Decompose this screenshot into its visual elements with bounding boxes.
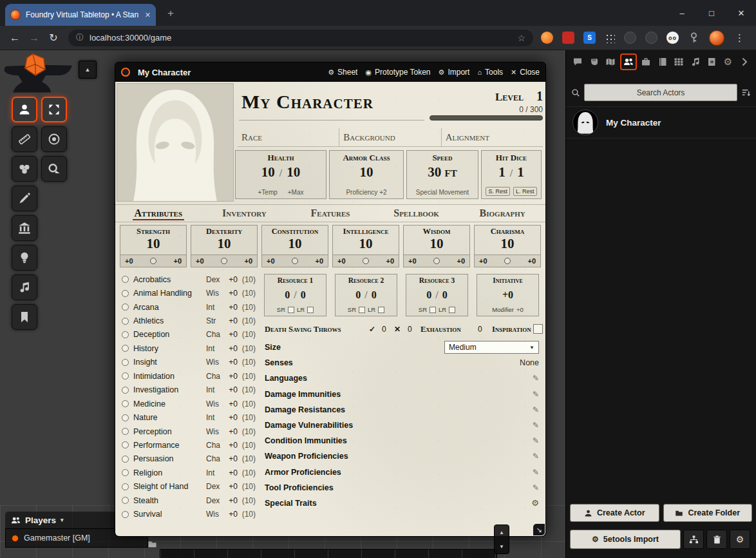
skill-proficiency-toggle[interactable] [122, 331, 129, 338]
initiative-box[interactable]: Initiative +0 Modifier+0 [477, 274, 539, 316]
death-fail-count[interactable]: 0 [408, 325, 412, 334]
skill-proficiency-toggle[interactable] [122, 511, 129, 518]
tool-lighting-button[interactable] [12, 245, 37, 271]
bookmark-star-icon[interactable]: ☆ [517, 33, 525, 43]
race-field[interactable]: Race [238, 128, 339, 146]
character-portrait[interactable] [117, 83, 234, 202]
prototype-token-button[interactable]: ◉ Prototype Token [365, 68, 430, 77]
skill-proficiency-toggle[interactable] [122, 456, 129, 463]
tab-playlists[interactable] [688, 55, 703, 69]
ability-block[interactable]: Dexterity 10 +0 +0 [191, 225, 258, 267]
armor-class-box[interactable]: Armor Class 10 Proficiency +2 [329, 150, 404, 199]
url-bar[interactable]: ⓘ localhost:30000/game ☆ [68, 30, 533, 46]
skill-proficiency-toggle[interactable] [122, 318, 129, 325]
foundry-anvil-logo[interactable] [3, 52, 75, 98]
skill-row[interactable]: Performance Cha +0 (10) [122, 438, 256, 452]
ability-save-mod[interactable]: +0 [337, 257, 346, 265]
hp-current[interactable]: 10 [261, 164, 275, 180]
resource-box[interactable]: Resource 1 0/0 SR LR [264, 274, 326, 316]
tab-features[interactable]: Features [287, 205, 373, 222]
death-fail-icon[interactable]: ✕ [394, 325, 401, 334]
tool-walls-button[interactable] [12, 215, 37, 241]
skill-proficiency-toggle[interactable] [122, 372, 129, 380]
short-rest-checkbox[interactable] [430, 307, 436, 313]
tab-compendium[interactable] [704, 55, 719, 69]
tool-tape-measure-button[interactable] [41, 156, 67, 182]
edit-icon[interactable]: ✎ [533, 421, 539, 430]
window-titlebar[interactable]: My Character ⚙ Sheet ◉ Prototype Token ⚙… [115, 63, 545, 82]
reload-icon[interactable]: ↻ [44, 32, 63, 44]
new-tab-button[interactable]: + [164, 6, 178, 21]
skill-row[interactable]: Perception Wis +0 (10) [122, 425, 256, 438]
skill-proficiency-toggle[interactable] [122, 428, 129, 435]
tool-notes-button[interactable] [12, 304, 37, 330]
tab-spellbook[interactable]: Spellbook [373, 205, 460, 222]
alignment-field[interactable]: Alignment [441, 128, 543, 146]
window-maximize-icon[interactable]: □ [697, 0, 726, 26]
ability-check-mod[interactable]: +0 [527, 257, 536, 265]
game-canvas[interactable]: ▲ [0, 50, 756, 558]
browser-profile-avatar[interactable] [709, 30, 724, 46]
skill-proficiency-toggle[interactable] [122, 387, 129, 394]
extension-orange-icon[interactable] [541, 32, 553, 44]
ability-score[interactable]: 10 [404, 236, 469, 251]
tab-biography[interactable]: Biography [459, 205, 545, 222]
config-gear-icon[interactable]: ⚙ [531, 498, 539, 508]
macro-hotbar[interactable] [160, 549, 497, 558]
proficiency-pip[interactable] [504, 258, 511, 264]
site-info-icon[interactable]: ⓘ [76, 32, 84, 43]
ability-score[interactable]: 10 [475, 236, 540, 251]
edit-icon[interactable]: ✎ [533, 436, 539, 445]
trait-row-senses[interactable]: Senses None [265, 355, 539, 370]
skill-proficiency-toggle[interactable] [122, 414, 129, 421]
extension-dark-icon[interactable] [624, 32, 636, 44]
hotbar-page-up-icon[interactable]: ▲ [499, 530, 504, 535]
tab-items[interactable] [639, 55, 653, 69]
forward-icon[interactable]: → [24, 32, 44, 44]
window-close-icon[interactable]: ✕ [726, 0, 756, 26]
long-rest-checkbox[interactable] [378, 307, 384, 313]
tool-group-button[interactable] [12, 156, 37, 182]
skill-proficiency-toggle[interactable] [122, 345, 129, 352]
speed-box[interactable]: Speed 30 ft Special Movement [406, 150, 478, 199]
skill-proficiency-toggle[interactable] [122, 441, 129, 448]
skill-proficiency-toggle[interactable] [122, 290, 129, 297]
ability-save-mod[interactable]: +0 [196, 257, 204, 265]
tab-attributes[interactable]: Attributes [115, 205, 202, 222]
skill-row[interactable]: Religion Int +0 (10) [122, 466, 256, 479]
speed-value[interactable]: 30 ft [428, 164, 457, 180]
browser-tab[interactable]: Foundry Virtual Tabletop • A Stan ✕ [5, 4, 156, 26]
ability-block[interactable]: Wisdom 10 +0 +0 [403, 225, 470, 267]
hotbar-page-control[interactable]: ▲ ▼ [494, 524, 509, 554]
skill-row[interactable]: Sleight of Hand Dex +0 (10) [122, 480, 256, 494]
skill-row[interactable]: Stealth Dex +0 (10) [122, 494, 256, 507]
controls-collapse-button[interactable]: ▲ [79, 61, 97, 79]
skill-row[interactable]: Insight Wis +0 (10) [122, 356, 256, 369]
tab-settings[interactable]: ⚙ [721, 55, 735, 69]
ability-check-mod[interactable]: +0 [315, 257, 323, 265]
edit-icon[interactable]: ✎ [533, 452, 539, 461]
death-success-icon[interactable]: ✓ [369, 325, 375, 334]
skill-proficiency-toggle[interactable] [122, 497, 129, 504]
proficiency-pip[interactable] [433, 258, 440, 264]
extension-s-icon[interactable]: S [583, 32, 596, 44]
tool-select-button[interactable] [41, 97, 67, 122]
ability-block[interactable]: Intelligence 10 +0 +0 [332, 225, 399, 267]
ability-score[interactable]: 10 [333, 236, 399, 251]
skill-row[interactable]: Arcana Int +0 (10) [122, 300, 256, 314]
sidebar-collapse-button[interactable] [737, 55, 751, 69]
skill-proficiency-toggle[interactable] [122, 400, 129, 407]
proficiency-pip[interactable] [363, 258, 369, 264]
browser-menu-icon[interactable]: ⋮ [735, 32, 744, 44]
back-icon[interactable]: ← [5, 32, 24, 44]
death-success-count[interactable]: 0 [382, 325, 386, 334]
ability-save-mod[interactable]: +0 [267, 257, 275, 265]
skill-row[interactable]: Deception Cha +0 (10) [122, 328, 256, 342]
skill-proficiency-toggle[interactable] [122, 483, 129, 490]
extension-dark2-icon[interactable] [645, 32, 657, 44]
tool-target-button[interactable] [41, 126, 67, 152]
skill-proficiency-toggle[interactable] [122, 303, 129, 311]
hd-current[interactable]: 1 [498, 164, 506, 180]
xp-value[interactable]: 0 / 300 [418, 105, 543, 114]
ability-score[interactable]: 10 [191, 236, 257, 251]
